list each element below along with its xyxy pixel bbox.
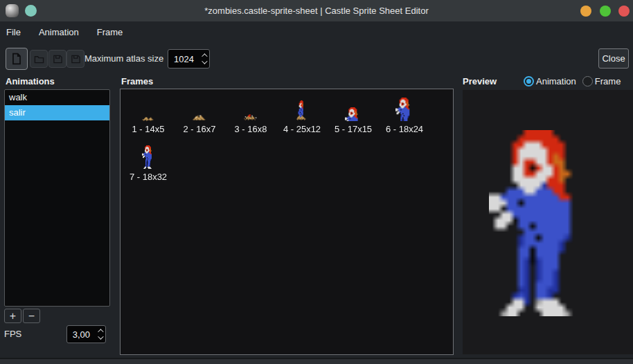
sprite-sheet-editor-window: *zombies.castle-sprite-sheet | Castle Sp… [0,0,633,364]
frame-item-1[interactable]: 1 - 14x5 [123,95,174,134]
save-sheet-button[interactable] [48,50,66,68]
frames-header: Frames [121,76,153,87]
animations-list: walk salir [4,89,110,307]
frame-radio[interactable] [582,76,593,87]
frame-4-thumbnail [296,100,307,121]
frame-item-6[interactable]: 6 - 18x24 [379,95,430,134]
frame-2-label: 2 - 16x7 [184,124,216,134]
max-atlas-size-spinbox[interactable]: 1024 [168,49,210,69]
maximize-button[interactable] [600,6,611,17]
titlebar[interactable]: *zombies.castle-sprite-sheet | Castle Sp… [0,0,633,21]
frame-5-label: 5 - 17x15 [335,124,372,134]
fps-spinbox[interactable]: 3,00 [66,325,106,343]
animation-radio-label: Animation [536,76,576,87]
preview-mode-group: Animation Frame [524,76,625,87]
save-floppy-icon [53,54,63,64]
frame-radio-label: Frame [595,76,621,87]
frame-2-thumbnail [192,114,207,121]
add-animation-button[interactable]: + [4,309,21,323]
fps-value: 3,00 [67,329,94,340]
close-window-button[interactable] [618,6,630,17]
frame-1-label: 1 - 14x5 [132,124,165,134]
frame-7-thumbnail [142,145,155,169]
frame-1-thumbnail [141,116,155,121]
new-file-icon [10,53,23,65]
save-as-floppy-icon [71,54,81,64]
animation-item-walk[interactable]: walk [5,90,109,105]
preview-zombie-sprite [489,130,594,316]
frame-4-label: 4 - 25x12 [283,124,321,134]
frame-item-2[interactable]: 2 - 16x7 [174,95,225,134]
save-as-sheet-button[interactable] [66,50,84,68]
close-sheet-button[interactable]: Close [598,48,629,69]
frame-item-7[interactable]: 7 - 18x32 [123,138,174,182]
preview-header: Preview [463,76,497,87]
frame-5-thumbnail [345,107,362,121]
open-folder-icon [34,54,44,64]
frame-3-label: 3 - 16x8 [235,124,267,134]
window-title: *zombies.castle-sprite-sheet | Castle Sp… [0,0,633,21]
animation-item-salir[interactable]: salir [5,105,109,120]
animations-header: Animations [6,76,55,87]
frame-6-thumbnail [395,98,413,121]
animation-radio[interactable] [524,76,534,87]
fps-label: FPS [4,325,21,343]
frame-item-3[interactable]: 3 - 16x8 [225,95,276,134]
menubar: File Animation Frame [0,21,633,42]
menu-file[interactable]: File [0,22,27,42]
atlas-spin-down-icon[interactable] [202,58,207,64]
menu-frame[interactable]: Frame [91,22,130,42]
open-sheet-button[interactable] [30,50,48,68]
menu-animation[interactable]: Animation [33,22,85,42]
frame-item-4[interactable]: 4 - 25x12 [276,95,328,134]
fps-spin-down-icon[interactable] [98,334,103,339]
frames-panel: 1 - 14x5 2 - 16x7 3 - 16x8 4 - 25x12 5 -… [120,89,454,355]
frame-7-label: 7 - 18x32 [130,172,167,182]
minimize-button[interactable] [580,6,591,17]
bottom-edge-bar [0,359,633,364]
max-atlas-size-value: 1024 [168,54,198,64]
remove-animation-button[interactable]: − [23,309,40,323]
frame-item-5[interactable]: 5 - 17x15 [328,95,379,134]
max-atlas-size-label: Maximum atlas size [84,49,163,69]
new-sheet-button[interactable] [6,48,28,70]
frame-3-thumbnail [243,113,258,121]
frame-6-label: 6 - 18x24 [386,124,423,134]
